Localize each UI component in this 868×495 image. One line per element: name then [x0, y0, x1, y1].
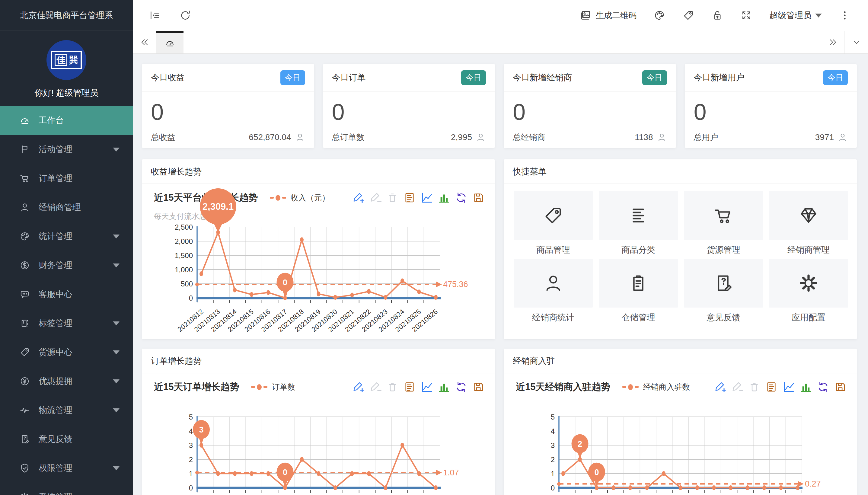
sidebar-item-label: 物流管理: [39, 405, 72, 416]
chat-icon: [19, 289, 30, 300]
clipboard-icon: [599, 259, 678, 308]
edit-add-icon[interactable]: [713, 381, 726, 393]
svg-text:1: 1: [551, 470, 555, 478]
line-chart-icon[interactable]: [782, 381, 795, 393]
tabs-scroll-left-button[interactable]: [133, 31, 156, 53]
edit-remove-icon[interactable]: [369, 381, 381, 393]
sidebar-item-workbench[interactable]: 工作台: [0, 106, 133, 135]
delete-icon[interactable]: [386, 191, 399, 204]
sidebar-item-stats[interactable]: 统计管理: [0, 222, 133, 251]
restore-icon[interactable]: [455, 381, 468, 393]
labelbook-icon: [19, 318, 30, 329]
tab-dashboard[interactable]: [156, 31, 184, 53]
quick-menu-label: 仓储管理: [599, 312, 678, 322]
line-chart: 0123452021081220210813202108142021081520…: [142, 400, 495, 495]
quick-menu-label: 应用配置: [769, 312, 848, 322]
restore-icon[interactable]: [455, 191, 468, 204]
sidebar-item-logistics[interactable]: 物流管理: [0, 396, 133, 425]
sidebar-item-permission[interactable]: 权限管理: [0, 454, 133, 483]
chevron-down-icon: [113, 148, 120, 152]
today-badge: 今日: [461, 70, 486, 85]
sidebar: 北京佳巽电商平台管理系 佳 巽 你好! 超级管理员 工作台活动管理订单管理经销商…: [0, 0, 133, 495]
edit-remove-icon[interactable]: [369, 191, 381, 204]
lock-icon[interactable]: [711, 10, 724, 21]
edit-add-icon[interactable]: [352, 191, 364, 204]
refresh-icon[interactable]: [179, 10, 191, 21]
collapse-menu-icon[interactable]: [149, 10, 160, 21]
row-3: 订单增长趋势近15天订单增长趋势订单数012345202108122021081…: [142, 348, 857, 495]
panel-revenue-trend: 收益增长趋势近15天平台收益增长趋势收入（元）每天支付流水总量05001,000…: [142, 159, 495, 339]
quick-menu-item[interactable]: 货源管理: [684, 191, 763, 254]
chevron-down-icon: [113, 408, 120, 412]
data-view-icon[interactable]: [765, 381, 778, 393]
sidebar-item-activity[interactable]: 活动管理: [0, 135, 133, 164]
pricetag-icon: [19, 347, 30, 358]
person-icon: [476, 132, 486, 142]
cart-icon: [684, 191, 763, 240]
sidebar-item-orders[interactable]: 订单管理: [0, 164, 133, 193]
sidebar-item-supply[interactable]: 货源中心: [0, 338, 133, 367]
pulse-icon: [19, 405, 30, 416]
sidebar-item-label: 工作台: [39, 115, 64, 126]
sidebar-item-finance[interactable]: 财务管理: [0, 251, 133, 280]
svg-text:0: 0: [189, 484, 193, 492]
quick-menu-item[interactable]: 商品管理: [514, 191, 593, 254]
chart-legend[interactable]: 经销商入驻数: [622, 382, 690, 392]
edit-add-icon[interactable]: [352, 381, 364, 393]
save-icon[interactable]: [834, 381, 847, 393]
data-view-icon[interactable]: [403, 381, 416, 393]
user-dropdown[interactable]: 超级管理员: [769, 10, 822, 21]
tag-icon[interactable]: [682, 10, 694, 21]
quick-menu-item[interactable]: 经销商管理: [769, 191, 848, 254]
sidebar-item-feedback[interactable]: 意见反馈: [0, 425, 133, 454]
line-chart-icon[interactable]: [420, 191, 433, 204]
save-icon[interactable]: [472, 191, 485, 204]
feedbacknote-icon: [684, 259, 763, 308]
quick-menu-item[interactable]: 意见反馈: [684, 259, 763, 322]
quick-menu-item[interactable]: 应用配置: [769, 259, 848, 322]
tabs-menu-button[interactable]: [845, 31, 868, 53]
line-chart-icon[interactable]: [420, 381, 433, 393]
sidebar-item-label: 意见反馈: [39, 433, 72, 445]
bar-chart-icon[interactable]: [438, 381, 450, 393]
stat-card-footer: 总收益652,870.04: [142, 132, 314, 143]
generate-qr-button[interactable]: 生成二维码: [579, 10, 637, 21]
chart-legend[interactable]: 收入（元）: [270, 192, 330, 203]
brand-logo: 佳 巽: [51, 51, 82, 69]
stat-card-footer: 总经销商1138: [504, 132, 676, 143]
quick-menu-item[interactable]: 商品分类: [599, 191, 678, 254]
chart-legend[interactable]: 订单数: [251, 382, 295, 392]
save-icon[interactable]: [472, 381, 485, 393]
bar-chart-icon[interactable]: [438, 191, 450, 204]
svg-text:3: 3: [199, 425, 204, 434]
quick-menu-label: 经销商管理: [769, 244, 848, 254]
palette-icon[interactable]: [654, 10, 665, 21]
sidebar-item-dealers[interactable]: 经销商管理: [0, 193, 133, 222]
legend-marker: [276, 195, 280, 201]
svg-text:475.36: 475.36: [443, 280, 468, 289]
quick-menu-item[interactable]: 经销商统计: [514, 259, 593, 322]
fullscreen-icon[interactable]: [740, 10, 752, 21]
sidebar-item-labels[interactable]: 标签管理: [0, 309, 133, 338]
avatar: 佳 巽: [47, 40, 86, 80]
svg-text:3: 3: [551, 441, 555, 449]
delete-icon[interactable]: [748, 381, 761, 393]
data-view-icon[interactable]: [403, 191, 416, 204]
sidebar-item-discount[interactable]: 优惠提拥: [0, 367, 133, 396]
main-column: 生成二维码 超级管理员 今日收益今日0总收益652,870.04今日订单今: [133, 0, 868, 495]
tabs-scroll-right-button[interactable]: [821, 31, 845, 53]
sidebar-item-service[interactable]: 客服中心: [0, 280, 133, 309]
bar-chart-icon[interactable]: [799, 381, 812, 393]
restore-icon[interactable]: [817, 381, 829, 393]
today-badge: 今日: [280, 70, 305, 85]
stat-total-label: 总收益: [151, 132, 175, 143]
gauge-icon: [19, 115, 30, 126]
stat-cards-row: 今日收益今日0总收益652,870.04今日订单今日0总订单数2,995今日新增…: [142, 64, 857, 148]
edit-remove-icon[interactable]: [731, 381, 743, 393]
quick-menu-item[interactable]: 仓储管理: [599, 259, 678, 322]
chart-toolbox: [713, 381, 847, 393]
sidebar-item-system[interactable]: 系统管理: [0, 483, 133, 495]
delete-icon[interactable]: [386, 381, 399, 393]
kebab-menu-icon[interactable]: [839, 10, 851, 21]
chevron-down-icon: [113, 379, 120, 383]
